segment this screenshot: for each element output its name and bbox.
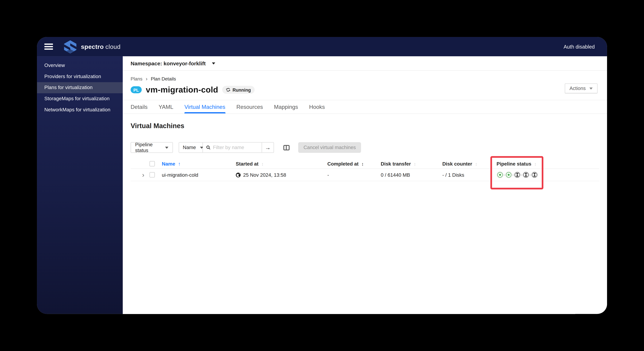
cell-disk-transfer: 0 / 61440 MB (381, 172, 442, 178)
sort-icon: ↕ (414, 161, 416, 166)
section-title: Virtual Machines (130, 122, 599, 130)
chevron-down-icon (165, 147, 168, 149)
column-label: Disk transfer (381, 161, 411, 167)
globe-icon (236, 172, 240, 177)
tab-hooks[interactable]: Hooks (309, 100, 325, 113)
tab-yaml[interactable]: YAML (159, 100, 173, 113)
actions-button[interactable]: Actions (564, 84, 598, 93)
column-label: Disk counter (442, 161, 472, 167)
breadcrumb-separator-icon: › (146, 76, 148, 81)
column-header-name[interactable]: Name ↑ (162, 161, 236, 167)
sidebar-item-overview[interactable]: Overview (37, 60, 123, 71)
spectro-cloud-logo-icon (63, 40, 77, 54)
search-field-dropdown[interactable]: Name (179, 142, 203, 153)
pipeline-connector (504, 174, 505, 175)
tab-virtual-machines[interactable]: Virtual Machines (184, 100, 226, 113)
search-input[interactable] (213, 145, 258, 150)
breadcrumb-plan-details: Plan Details (151, 76, 176, 81)
cell-disk-counter: - / 1 Disks (442, 172, 496, 178)
pipeline-connector (521, 174, 522, 175)
column-label: Started at (236, 161, 258, 167)
filter-toolbar: Pipeline status Name (130, 142, 599, 153)
status-label: Running (232, 87, 251, 92)
pipeline-connector (530, 174, 531, 175)
pipeline-status-filter-dropdown[interactable]: Pipeline status (130, 142, 173, 153)
sort-icon: ↕ (261, 161, 264, 166)
sidebar-item-storagemaps[interactable]: StorageMaps for virtualization (37, 93, 123, 104)
tab-content: Virtual Machines Pipeline status Name (123, 114, 607, 314)
column-label: Completed at (327, 161, 358, 167)
tab-bar: Details YAML Virtual Machines Resources … (123, 100, 607, 114)
main-area: Namespace: konveyor-forklift Plans › Pla… (123, 56, 607, 314)
row-checkbox[interactable] (150, 172, 155, 177)
column-header-pipeline-status[interactable]: Pipeline status ↕ (496, 161, 599, 167)
sync-icon (226, 88, 230, 92)
search-submit-button[interactable]: → (262, 142, 274, 153)
page-title: vm-migration-cold (146, 85, 218, 95)
column-header-disk-transfer[interactable]: Disk transfer ↕ (381, 161, 442, 167)
pipeline-step-completed-icon[interactable] (496, 171, 504, 178)
column-header-started-at[interactable]: Started at ↕ (236, 161, 327, 167)
column-header-disk-counter[interactable]: Disk counter ↕ (442, 161, 496, 167)
search-group: Name → (179, 142, 274, 153)
sidebar-item-plans[interactable]: Plans for virtualization (37, 82, 123, 93)
tab-resources[interactable]: Resources (236, 100, 263, 113)
brand-secondary: cloud (106, 43, 120, 50)
chevron-down-icon (590, 87, 593, 89)
actions-label: Actions (570, 86, 586, 91)
namespace-bar: Namespace: konveyor-forklift (123, 56, 607, 71)
cell-started-at: 25 Nov 2024, 13:58 (236, 172, 327, 178)
cancel-virtual-machines-button[interactable]: Cancel virtual machines (298, 142, 361, 153)
pipeline-step-completed-icon[interactable] (505, 171, 512, 178)
sort-icon: ↕ (475, 161, 477, 166)
search-field-label: Name (183, 145, 196, 150)
sidebar-item-providers[interactable]: Providers for virtualization (37, 71, 123, 82)
cell-pipeline-status (496, 171, 599, 178)
sort-icon: ↕ (362, 161, 364, 166)
plan-header: Plans › Plan Details PL vm-migration-col… (123, 71, 607, 94)
table-row: › ui-migration-cold 25 Nov 202 (130, 169, 599, 181)
sidebar-item-networkmaps[interactable]: NetworkMaps for virtualization (37, 104, 123, 116)
chevron-down-icon[interactable] (212, 62, 215, 64)
pipeline-step-pending-icon[interactable] (531, 171, 538, 178)
manage-columns-icon[interactable] (283, 145, 290, 150)
pipeline-status-filter-label: Pipeline status (135, 142, 158, 153)
status-badge: Running (222, 86, 254, 94)
search-box (203, 142, 262, 153)
virtual-machines-table: Name ↑ Started at ↕ Completed at ↕ (130, 159, 599, 181)
sort-ascending-icon: ↑ (178, 161, 181, 167)
plan-kind-badge: PL (130, 86, 142, 93)
hamburger-menu-icon[interactable] (44, 44, 53, 50)
cell-completed-at: - (327, 172, 381, 178)
column-label: Name (162, 161, 175, 167)
row-expand-icon[interactable]: › (130, 171, 150, 178)
sidebar: Overview Providers for virtualization Pl… (37, 56, 123, 314)
pipeline-step-pending-icon[interactable] (522, 171, 530, 178)
pipeline-status-steps (496, 171, 538, 178)
brand-text: spectrocloud (81, 43, 120, 50)
auth-status: Auth disabled (564, 44, 595, 50)
started-at-value: 25 Nov 2024, 13:58 (243, 172, 286, 178)
column-label: Pipeline status (496, 161, 531, 167)
tab-details[interactable]: Details (130, 100, 148, 113)
top-bar: spectrocloud Auth disabled (37, 37, 607, 56)
sort-icon: ↕ (534, 161, 536, 166)
tab-mappings[interactable]: Mappings (274, 100, 298, 113)
pipeline-connector (512, 174, 514, 175)
breadcrumb: Plans › Plan Details (130, 76, 599, 81)
brand-primary: spectro (81, 43, 104, 50)
namespace-selector[interactable]: Namespace: konveyor-forklift (130, 60, 206, 66)
select-all-checkbox[interactable] (150, 161, 155, 166)
column-header-completed-at[interactable]: Completed at ↕ (327, 161, 381, 167)
search-icon (206, 145, 210, 150)
app-window: spectrocloud Auth disabled Overview Prov… (37, 37, 607, 314)
pipeline-step-pending-icon[interactable] (514, 171, 521, 178)
screen: spectrocloud Auth disabled Overview Prov… (0, 0, 644, 351)
cell-name[interactable]: ui-migration-cold (162, 172, 236, 178)
table-header-row: Name ↑ Started at ↕ Completed at ↕ (130, 159, 599, 169)
breadcrumb-plans[interactable]: Plans (130, 76, 142, 81)
